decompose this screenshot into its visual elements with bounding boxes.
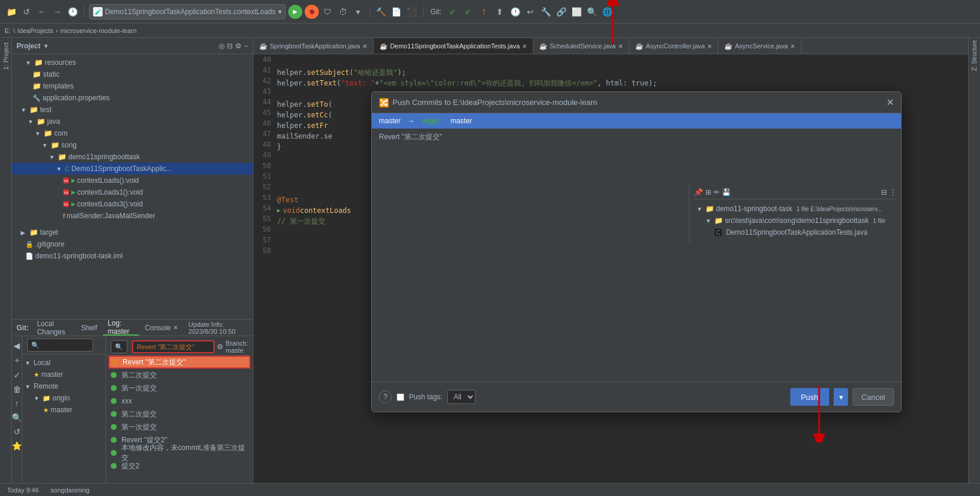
tab-close-springboottask[interactable]: ✕ xyxy=(362,43,367,50)
terminal-icon[interactable]: ⬛ xyxy=(405,5,418,18)
dialog-close-button[interactable]: ✕ xyxy=(886,97,894,108)
forward-icon[interactable]: → xyxy=(51,5,64,18)
git-check2-icon[interactable]: ✓ xyxy=(461,5,474,18)
tab-asyncservice[interactable]: ☕ AsyncService.java ✕ xyxy=(718,38,801,54)
tree-item-demo11springboottask[interactable]: ▼ 📁 demo11springboottask xyxy=(12,151,253,163)
tree-item-song[interactable]: ▼ 📁 song xyxy=(12,139,253,151)
reload-icon[interactable]: ↺ xyxy=(20,5,33,18)
git-log-item-2[interactable]: 第二次提交 xyxy=(108,369,250,382)
cancel-button[interactable]: Cancel xyxy=(853,388,894,406)
tree-item-java[interactable]: ▼ 📁 java xyxy=(12,116,253,127)
tree-item-contextloads3[interactable]: m ▶ contextLoads3():void xyxy=(12,198,253,210)
git-remote-item[interactable]: ▼ Remote xyxy=(22,380,105,392)
push-button-arrow[interactable]: ▾ xyxy=(834,388,848,406)
tab-shelf[interactable]: Shelf xyxy=(76,320,101,336)
run-button[interactable]: ▶ xyxy=(288,5,302,19)
profile-icon[interactable]: ⏱ xyxy=(336,5,349,18)
tree-item-mailsender[interactable]: f mailSender:JavaMailSender xyxy=(12,210,253,222)
vcs-icon[interactable]: ⬆ xyxy=(493,5,506,18)
git-log-item-4[interactable]: 第二次提交 xyxy=(108,408,250,421)
search-side-icon[interactable]: 🔍 xyxy=(12,413,22,422)
project-strip-label[interactable]: 1: Project xyxy=(2,40,9,72)
tab-close-asynccontroller[interactable]: ✕ xyxy=(707,43,712,50)
recent-files-icon[interactable]: 🕐 xyxy=(66,5,79,18)
git-check1-icon[interactable]: ✓ xyxy=(446,5,459,18)
tab-close-asyncservice[interactable]: ✕ xyxy=(790,43,795,50)
tree-item-target[interactable]: ▶ 📁 target xyxy=(12,226,253,238)
refresh-side-icon[interactable]: ↺ xyxy=(14,427,21,436)
dialog-revert-item[interactable]: Revert "第二次提交" xyxy=(372,129,901,146)
tree-item-contextloads[interactable]: m ▶ contextLoads():void xyxy=(12,175,253,186)
tab-demo11tests[interactable]: ☕ Demo11SpringbootTaskApplicationTests.j… xyxy=(374,38,533,54)
star-side-icon[interactable]: ⭐ xyxy=(12,441,22,451)
git-log-item-local[interactable]: 本地修改内容，未commit,准备第三次提交 xyxy=(108,446,250,459)
tree-item-iml[interactable]: 📄 demo11-springboot-task.iml xyxy=(12,250,253,262)
build-icon[interactable]: 🔨 xyxy=(375,5,388,18)
breadcrumb-project[interactable]: IdeaProjects xyxy=(17,27,53,34)
git-log-item-3[interactable]: 第一次提交 xyxy=(108,382,250,395)
collapse-sidebar-icon[interactable]: ◀ xyxy=(14,341,20,350)
dialog-branch-item[interactable]: master → origin : master xyxy=(372,113,901,129)
tab-log-master[interactable]: Log: master xyxy=(103,320,139,336)
translate-icon[interactable]: 🌐 xyxy=(600,5,613,18)
console-close-icon[interactable]: ✕ xyxy=(173,324,178,331)
tree-item-com[interactable]: ▼ 📁 com xyxy=(12,127,253,139)
git-log-item-revert[interactable]: Revert "第二次提交" xyxy=(108,356,250,369)
push-side-icon[interactable]: ↑ xyxy=(15,399,19,408)
collapse-icon[interactable]: ⊟ xyxy=(227,42,233,50)
right-tree-demo11[interactable]: ▼ 📁 demo11-springboot-task 1 file E:\Ide… xyxy=(694,203,896,215)
run-gutter-54[interactable]: ▶ xyxy=(277,205,281,216)
git-log-item-5[interactable]: 第一次提交 xyxy=(108,421,250,433)
tree-item-templates[interactable]: 📁 templates xyxy=(12,80,253,92)
right-tree-class[interactable]: C Demo11SpringbootTaskApplicationTests.j… xyxy=(694,226,896,238)
right-tree-src[interactable]: ▼ 📁 src\test\java\com\song\demo11springb… xyxy=(694,215,896,226)
breadcrumb-module[interactable]: microservice-module-learn xyxy=(60,27,137,34)
dialog-help-button[interactable]: ? xyxy=(379,390,392,403)
layout-icon[interactable]: ⬜ xyxy=(570,5,583,18)
tree-item-gitignore[interactable]: 🔒 .gitignore xyxy=(12,238,253,250)
git-origin-master-item[interactable]: ★ master xyxy=(22,404,105,416)
settings-gear-icon[interactable]: ⚙ xyxy=(235,42,242,50)
push-button[interactable]: Push xyxy=(790,388,829,406)
run-config-dropdown[interactable]: 🧪 Demo11SpringbootTaskApplicationTests.c… xyxy=(89,4,286,19)
back-icon[interactable]: ← xyxy=(35,5,48,18)
bookmark-icon[interactable]: 📄 xyxy=(390,5,403,18)
git-log-item-xxx[interactable]: xxx xyxy=(108,395,250,408)
push-tags-select[interactable]: All xyxy=(447,390,476,404)
tree-item-contextloads1[interactable]: m ▶ contextLoads1():void xyxy=(12,186,253,198)
git-sidebar-search-input[interactable] xyxy=(42,341,89,349)
debug-button[interactable]: 🐞 xyxy=(305,5,319,19)
git-sidebar-search-box[interactable]: 🔍 xyxy=(27,339,93,352)
minus-icon[interactable]: − xyxy=(244,42,248,50)
more-run-icon[interactable]: ▾ xyxy=(352,5,365,18)
external-tool-icon[interactable]: 🔗 xyxy=(555,5,567,18)
rollback-icon[interactable]: ↩ xyxy=(524,5,537,18)
wrench-icon[interactable]: 🔧 xyxy=(539,5,552,18)
git-origin-item[interactable]: ▼ 📁 origin xyxy=(22,392,105,404)
tab-springboottask[interactable]: ☕ SpringbootTaskApplication.java ✕ xyxy=(253,38,374,54)
tree-item-appprops[interactable]: 🔧 application.properties xyxy=(12,92,253,104)
git-local-master-item[interactable]: ★ master xyxy=(22,369,105,380)
tab-local-changes[interactable]: Local Changes xyxy=(32,320,75,336)
commit-check-icon[interactable]: ✓ xyxy=(14,370,21,380)
structure-strip-label[interactable]: Z: Structure xyxy=(971,38,978,73)
delete-icon[interactable]: 🗑 xyxy=(13,385,21,394)
add-icon[interactable]: ＋ xyxy=(13,355,21,366)
tab-scheduledservice[interactable]: ☕ ScheduledService.java ✕ xyxy=(533,38,629,54)
history-icon[interactable]: 🕐 xyxy=(509,5,522,18)
tree-item-static[interactable]: 📁 static xyxy=(12,68,253,80)
git-settings-icon[interactable]: ⚙ xyxy=(217,343,223,351)
git-commit-search-input[interactable] xyxy=(132,340,215,353)
git-push-icon[interactable]: ↑ xyxy=(477,5,491,19)
git-log-search[interactable]: 🔍 xyxy=(111,340,127,353)
git-local-item[interactable]: ▼ Local xyxy=(22,357,105,369)
tab-asynccontroller[interactable]: ☕ AsyncController.java ✕ xyxy=(629,38,718,54)
coverage-icon[interactable]: 🛡 xyxy=(321,5,334,18)
tab-close-demo11tests[interactable]: ✕ xyxy=(522,43,527,50)
project-icon[interactable]: 📁 xyxy=(5,5,18,18)
tab-close-scheduledservice[interactable]: ✕ xyxy=(618,43,623,50)
tree-item-test[interactable]: ▼ 📁 test xyxy=(12,104,253,116)
locate-icon[interactable]: ◎ xyxy=(219,42,225,50)
push-tags-checkbox[interactable] xyxy=(397,393,404,401)
tree-item-resources[interactable]: ▼ 📁 resources xyxy=(12,57,253,68)
